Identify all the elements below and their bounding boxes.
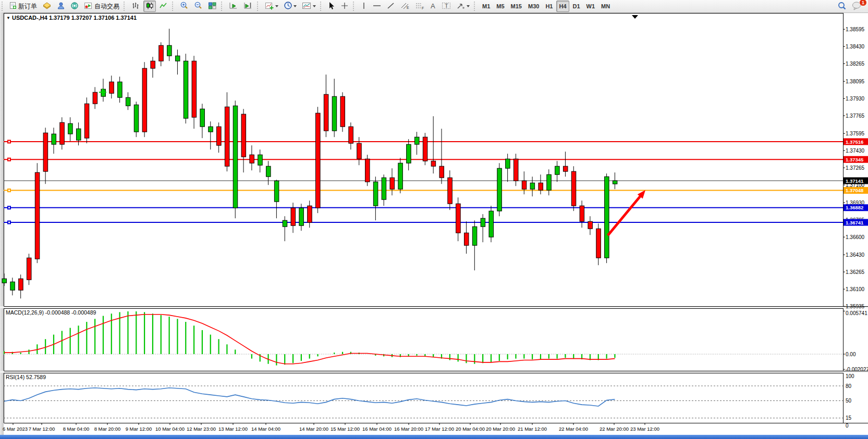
taskbar-strip: [0, 435, 868, 439]
svg-text:1.37430: 1.37430: [846, 148, 865, 154]
search-icon: [837, 1, 847, 12]
vertical-line-button[interactable]: [359, 1, 369, 12]
zoom-out-button[interactable]: [192, 1, 205, 12]
toolbar-grip: [257, 2, 261, 11]
zoom-out-icon: [194, 1, 203, 11]
svg-text:1.37265: 1.37265: [846, 165, 865, 171]
svg-text:T: T: [445, 3, 448, 9]
chat-button[interactable]: 1: [850, 1, 864, 12]
templates-button[interactable]: [300, 1, 318, 12]
svg-text:7 Mar 12:00: 7 Mar 12:00: [29, 426, 55, 432]
svg-text:1.37516: 1.37516: [846, 139, 863, 145]
indicators-icon: [265, 2, 274, 11]
zoom-in-button[interactable]: [178, 1, 191, 12]
toolbar-grip: [474, 2, 478, 11]
svg-text:14 Mar 04:00: 14 Mar 04:00: [251, 426, 280, 432]
svg-text:1.35935: 1.35935: [846, 304, 865, 309]
chevron-down-icon: [467, 5, 470, 7]
svg-text:9 Mar 12:00: 9 Mar 12:00: [126, 426, 152, 432]
svg-text:16 Mar 04:00: 16 Mar 04:00: [362, 426, 392, 432]
timeframe-toolbar: M1M5M15M30H1H4D1W1MN: [479, 1, 613, 12]
shapes-icon: [456, 2, 466, 11]
autotrading-button[interactable]: 自动交易: [82, 1, 121, 12]
svg-text:1.36265: 1.36265: [846, 269, 865, 275]
svg-text:1.36100: 1.36100: [846, 286, 865, 292]
timeframe-H1[interactable]: H1: [543, 1, 555, 12]
svg-text:1.36882: 1.36882: [846, 205, 863, 210]
trendline-icon: [387, 2, 395, 11]
timeframe-M1[interactable]: M1: [480, 1, 493, 12]
timeframe-M5[interactable]: M5: [494, 1, 507, 12]
svg-text:1.37930: 1.37930: [846, 96, 865, 102]
bar-chart-button[interactable]: [129, 1, 142, 12]
text-label-button[interactable]: T: [439, 1, 453, 12]
equidistant-channel-icon: E: [400, 2, 410, 11]
svg-text:6 Mar 2023: 6 Mar 2023: [3, 426, 28, 432]
search-button[interactable]: [835, 1, 849, 12]
trendline-button[interactable]: [385, 1, 397, 12]
chart-shift-button[interactable]: [241, 1, 255, 12]
svg-text:0: 0: [846, 423, 849, 429]
svg-text:100: 100: [846, 373, 854, 379]
timeframe-M15[interactable]: M15: [508, 1, 524, 12]
toolbar-grip: [2, 2, 5, 11]
candlestick-chart-icon: [145, 2, 154, 11]
cursor-button[interactable]: [326, 1, 337, 12]
timeframe-M30[interactable]: M30: [525, 1, 542, 12]
timeframe-W1[interactable]: W1: [584, 1, 598, 12]
zoom-in-icon: [180, 1, 189, 11]
chevron-down-icon: [294, 5, 297, 7]
chevron-down-icon: [275, 5, 278, 7]
svg-text:80: 80: [846, 383, 852, 389]
autotrading-icon: [84, 2, 93, 11]
chevron-down-icon: [313, 5, 316, 7]
svg-text:14 Mar 20:00: 14 Mar 20:00: [299, 426, 328, 432]
svg-text:1.38430: 1.38430: [846, 44, 865, 49]
new-order-button[interactable]: 新订单: [7, 1, 39, 12]
equidistant-channel-button[interactable]: E: [398, 1, 412, 12]
timeframe-D1[interactable]: D1: [570, 1, 583, 12]
svg-text:1.38095: 1.38095: [846, 79, 865, 84]
chart-title: ▼ USDCAD-,H4 1.37179 1.37207 1.37106 1.3…: [6, 15, 137, 21]
svg-text:22 Mar 20:00: 22 Mar 20:00: [600, 426, 629, 432]
macd-label: MACD(12,26,9) -0.000488 -0.000489: [6, 309, 96, 316]
candlestick-chart-button[interactable]: [143, 1, 156, 12]
charts-button[interactable]: [40, 1, 54, 12]
svg-text:21 Mar 12:00: 21 Mar 12:00: [518, 426, 547, 432]
profile-button[interactable]: [55, 1, 67, 12]
svg-text:-0.002027: -0.002027: [846, 367, 868, 372]
shapes-button[interactable]: [454, 1, 472, 12]
svg-text:E: E: [407, 6, 409, 9]
auto-scroll-button[interactable]: [227, 1, 240, 12]
crosshair-button[interactable]: [338, 1, 351, 12]
svg-text:16 Mar 20:00: 16 Mar 20:00: [394, 426, 423, 432]
svg-text:17 Mar 12:00: 17 Mar 12:00: [425, 426, 454, 432]
horizontal-line-button[interactable]: [370, 1, 384, 12]
tile-windows-button[interactable]: [206, 1, 219, 12]
line-chart-icon: [159, 2, 168, 11]
svg-text:13 Mar 12:00: 13 Mar 12:00: [218, 426, 248, 432]
periods-button[interactable]: [282, 1, 299, 12]
collapse-triangle-icon[interactable]: ▼: [6, 16, 10, 20]
svg-text:1.37048: 1.37048: [846, 187, 863, 193]
new-order-icon: [9, 2, 17, 11]
timeframe-H4[interactable]: H4: [556, 1, 569, 12]
fibonacci-button[interactable]: F: [413, 1, 426, 12]
autotrading-label: 自动交易: [94, 2, 119, 11]
broadcast-button[interactable]: [68, 1, 81, 12]
line-chart-button[interactable]: [157, 1, 170, 12]
toolbar-grip: [320, 2, 324, 11]
chart-canvas[interactable]: 1.385951.384301.382651.380951.379301.377…: [0, 12, 868, 435]
svg-text:12 Mar 23:00: 12 Mar 23:00: [187, 426, 216, 432]
timeframe-MN[interactable]: MN: [598, 1, 613, 12]
new-order-label: 新订单: [18, 2, 37, 11]
rsi-label: RSI(14) 52.7589: [6, 374, 46, 380]
svg-text:20 Mar 20:00: 20 Mar 20:00: [486, 426, 515, 432]
text-button[interactable]: A: [427, 1, 438, 12]
svg-text:1.38265: 1.38265: [846, 61, 865, 67]
svg-text:23 Mar 12:00: 23 Mar 12:00: [630, 426, 659, 432]
svg-text:8 Mar 20:00: 8 Mar 20:00: [94, 426, 121, 432]
cursor-icon: [328, 2, 335, 11]
svg-text:0.005741: 0.005741: [846, 310, 867, 316]
indicators-button[interactable]: [263, 1, 280, 12]
